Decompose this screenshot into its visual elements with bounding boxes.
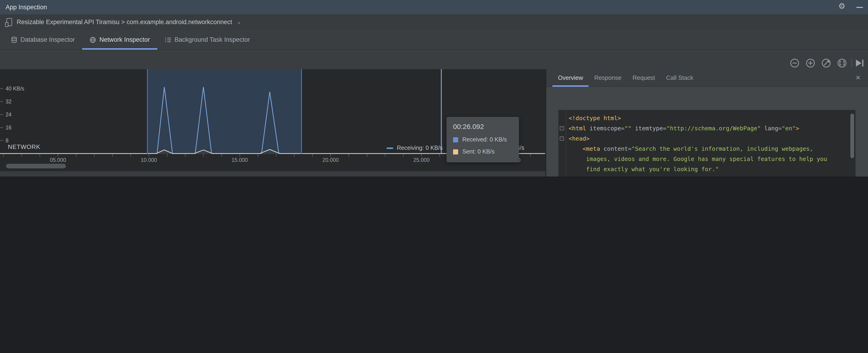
tab-request[interactable]: Request <box>627 69 660 86</box>
chart-scrollbar-thumb[interactable] <box>6 164 66 168</box>
chart-selection-region[interactable] <box>147 69 302 154</box>
app-inspection-window: App Inspection ⚙ Resizable Experimental … <box>0 0 868 176</box>
zoom-in-icon[interactable] <box>806 59 814 67</box>
y-axis-label: 32 <box>6 99 11 105</box>
selected-time-range: 09.918 - 18.398 <box>485 171 537 176</box>
tab-response[interactable]: Response <box>589 69 627 86</box>
gear-icon[interactable]: ⚙ <box>838 1 845 11</box>
code-scrollbar-thumb[interactable] <box>850 114 854 158</box>
inspector-tab-bar: Database InspectorNetwork InspectorBackg… <box>0 30 868 50</box>
tab-label: Database Inspector <box>21 36 75 43</box>
process-selector-bar[interactable]: Resizable Experimental API Tiramisu > co… <box>0 14 868 31</box>
receiving-legend-label: Receiving: 0 KB/s <box>397 145 442 151</box>
task-list-icon <box>165 37 171 42</box>
tab-overview[interactable]: Overview <box>552 69 589 86</box>
response-preview-code[interactable]: <!doctype html><html itemscope="" itemty… <box>558 110 856 176</box>
code-line: <html itemscope="" itemtype="http://sche… <box>568 123 799 134</box>
receiving-legend-dash <box>386 147 393 149</box>
tab-call-stack[interactable]: Call Stack <box>660 69 699 86</box>
details-tab-bar: OverviewResponseRequestCall Stack <box>546 69 868 87</box>
y-axis-label: 24 <box>6 111 11 118</box>
tab-rules[interactable]: Rules <box>117 171 151 176</box>
window-title: App Inspection <box>6 0 47 14</box>
tab-network-inspector[interactable]: Network Inspector <box>82 30 157 49</box>
jump-to-live-icon[interactable] <box>856 59 863 66</box>
globe-icon <box>90 36 96 43</box>
x-axis-label: 05.000 <box>50 157 66 163</box>
y-axis-label: 8 <box>6 137 8 143</box>
legend-receiving: Receiving: 0 KB/s <box>386 144 442 152</box>
tab-thread-view[interactable]: Thread View <box>64 171 117 176</box>
received-swatch <box>453 137 458 142</box>
tab-background-task-inspector[interactable]: Background Task Inspector <box>157 30 257 49</box>
close-icon[interactable]: ✕ <box>856 74 861 81</box>
connection-details-panel: OverviewResponseRequestCall Stack ✕ <!do… <box>546 69 868 176</box>
tab-connection-view[interactable]: Connection View <box>0 171 64 176</box>
tooltip-received: Received: 0 KB/s <box>462 136 507 143</box>
x-axis-label: 20.000 <box>322 157 339 163</box>
sent-swatch <box>453 149 458 154</box>
reset-zoom-icon[interactable] <box>822 59 830 67</box>
code-line: <meta content="Search the world's inform… <box>568 144 813 154</box>
title-bar: App Inspection ⚙ <box>0 0 868 14</box>
y-axis-label: 16 <box>6 125 11 131</box>
tab-label: Background Task Inspector <box>175 36 250 43</box>
fold-marker-icon[interactable]: − <box>560 136 564 140</box>
tooltip-sent: Sent: 0 KB/s <box>462 149 495 155</box>
chart-title: NETWORK <box>8 143 40 150</box>
code-line: name="description"> <box>568 174 663 176</box>
tab-database-inspector[interactable]: Database Inspector <box>4 30 82 49</box>
code-line: <head> <box>568 134 589 144</box>
x-axis-label: 25.000 <box>413 157 430 163</box>
chart-tooltip: 00:26.092 Received: 0 KB/s Sent: 0 KB/s <box>446 117 519 162</box>
database-icon <box>11 36 17 43</box>
y-axis-label: 40 KB/s <box>6 86 24 92</box>
zoom-out-icon[interactable] <box>791 59 799 67</box>
x-axis-label: 10.000 <box>141 157 157 163</box>
dotted-separator <box>851 59 852 66</box>
network-toolbar <box>0 50 868 70</box>
fold-marker-icon[interactable]: − <box>560 126 564 130</box>
code-line: find exactly what you're looking for." <box>568 164 719 174</box>
minimize-icon[interactable] <box>857 7 863 8</box>
tooltip-timestamp: 00:26.092 <box>453 123 484 130</box>
code-line: <!doctype html> <box>568 113 621 123</box>
zoom-to-selection-icon[interactable] <box>838 59 846 67</box>
x-axis-label: 15.000 <box>231 157 248 163</box>
chevron-down-icon[interactable]: ⌄ <box>237 14 241 29</box>
connection-tab-bar: Connection ViewThread ViewRules 09.918 -… <box>0 171 546 176</box>
code-line: images, videos and more. Google has many… <box>568 154 827 164</box>
tab-label: Network Inspector <box>99 36 150 43</box>
process-selector-label[interactable]: Resizable Experimental API Tiramisu > co… <box>17 14 232 30</box>
resizable-device-icon <box>6 18 12 26</box>
